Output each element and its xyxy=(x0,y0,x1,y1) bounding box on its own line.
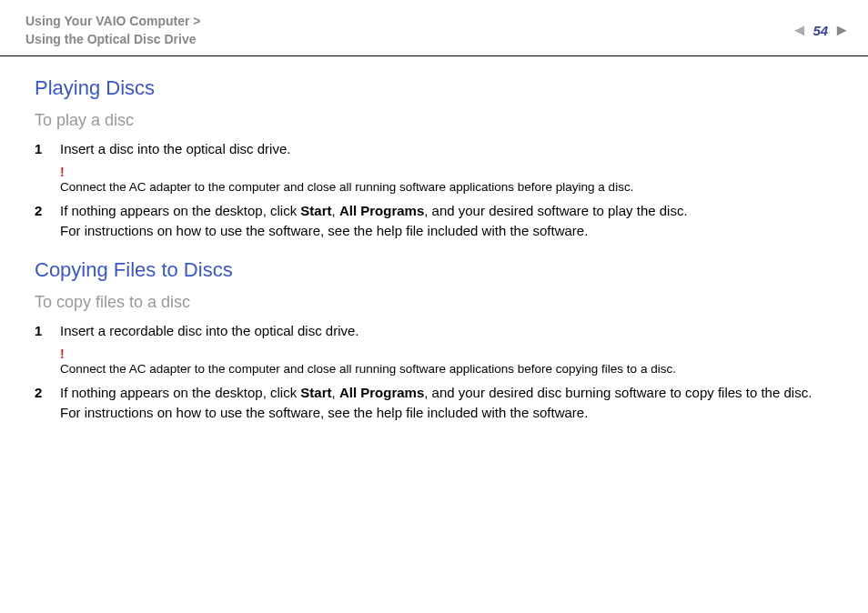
breadcrumb: Using Your VAIO Computer > Using the Opt… xyxy=(25,13,201,48)
step-number: 2 xyxy=(35,201,60,241)
page-number: 54 xyxy=(812,23,828,38)
page-nav: ◄ 54 ► xyxy=(792,21,850,40)
step-row: 1 Insert a disc into the optical disc dr… xyxy=(35,139,833,159)
prev-page-icon[interactable]: ◄ xyxy=(792,21,808,40)
warning-text: Connect the AC adapter to the computer a… xyxy=(60,180,633,194)
breadcrumb-line1[interactable]: Using Your VAIO Computer > xyxy=(25,13,201,31)
step-text: If nothing appears on the desktop, click… xyxy=(60,383,833,423)
subtitle-play-disc: To play a disc xyxy=(35,111,833,130)
warning-block: ! Connect the AC adapter to the computer… xyxy=(60,165,833,194)
step-number: 1 xyxy=(35,139,60,159)
step-number: 2 xyxy=(35,383,60,423)
section-title-playing: Playing Discs xyxy=(35,76,833,100)
step-row: 2 If nothing appears on the desktop, cli… xyxy=(35,383,833,423)
step-row: 2 If nothing appears on the desktop, cli… xyxy=(35,201,833,241)
step-text: Insert a disc into the optical disc driv… xyxy=(60,139,833,159)
page-header: Using Your VAIO Computer > Using the Opt… xyxy=(0,0,868,56)
warning-text: Connect the AC adapter to the computer a… xyxy=(60,362,676,376)
section-title-copying: Copying Files to Discs xyxy=(35,258,833,282)
warning-icon: ! xyxy=(60,165,833,179)
step-text: Insert a recordable disc into the optica… xyxy=(60,321,833,341)
step-number: 1 xyxy=(35,321,60,341)
warning-icon: ! xyxy=(60,347,833,361)
step-row: 1 Insert a recordable disc into the opti… xyxy=(35,321,833,341)
breadcrumb-line2[interactable]: Using the Optical Disc Drive xyxy=(25,31,201,49)
warning-block: ! Connect the AC adapter to the computer… xyxy=(60,347,833,376)
step-text: If nothing appears on the desktop, click… xyxy=(60,201,833,241)
subtitle-copy-files: To copy files to a disc xyxy=(35,293,833,312)
page-content: Playing Discs To play a disc 1 Insert a … xyxy=(0,56,868,423)
next-page-icon[interactable]: ► xyxy=(833,21,850,40)
